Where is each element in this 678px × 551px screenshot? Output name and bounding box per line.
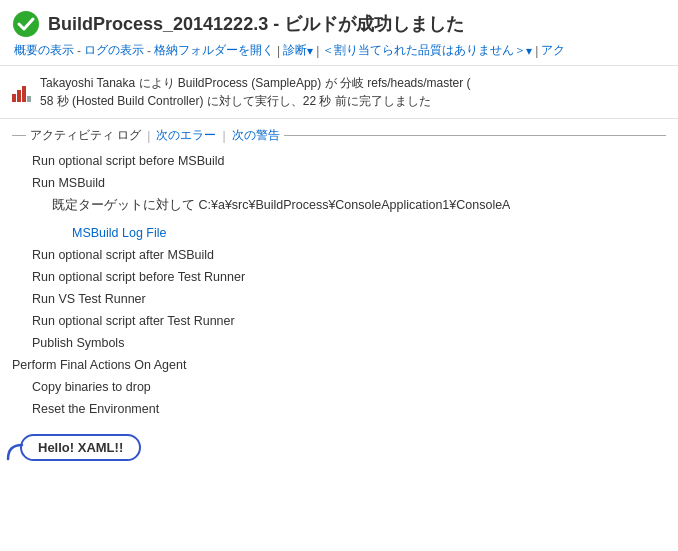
msbuild-log-link[interactable]: MSBuild Log File — [72, 226, 167, 240]
svg-rect-1 — [12, 94, 16, 102]
hello-bubble: Hello! XAML!! — [20, 434, 141, 461]
log-item-run-after-testrunner: Run optional script after Test Runner — [12, 310, 666, 332]
success-check-icon — [12, 10, 40, 38]
log-text: Run MSBuild — [32, 176, 105, 190]
log-text: Run optional script after Test Runner — [32, 314, 235, 328]
log-item-run-before-msbuild: Run optional script before MSBuild — [12, 150, 666, 172]
tab-sep1: | — [147, 129, 150, 143]
svg-point-0 — [13, 11, 39, 37]
quality-dropdown[interactable]: ▾ — [526, 44, 532, 58]
tab-sep2: | — [222, 129, 225, 143]
log-list: Run optional script before MSBuild Run M… — [12, 150, 666, 420]
build-info: Takayoshi Tanaka により BuildProcess (Sampl… — [0, 66, 678, 119]
more-link[interactable]: アク — [541, 42, 565, 59]
log-text: 既定ターゲットに対して C:¥a¥src¥BuildProcess¥Consol… — [52, 195, 510, 215]
tab-divider-right — [284, 135, 666, 136]
build-info-text: Takayoshi Tanaka により BuildProcess (Sampl… — [40, 74, 471, 110]
svg-rect-4 — [27, 96, 31, 102]
sep3: | — [277, 44, 280, 58]
nav-links: 概要の表示 - ログの表示 - 格納フォルダーを開く | 診断 ▾ | ＜割り当… — [12, 42, 666, 59]
log-link[interactable]: ログの表示 — [84, 42, 144, 59]
svg-rect-3 — [22, 86, 26, 102]
diagnosis-link[interactable]: 診断 — [283, 42, 307, 59]
log-item-reset-environment: Reset the Environment — [12, 398, 666, 420]
log-text: Run optional script before MSBuild — [32, 154, 224, 168]
activity-section: アクティビティ ログ | 次のエラー | 次の警告 Run optional s… — [0, 127, 678, 477]
page-title: BuildProcess_20141222.3 - ビルドが成功しました — [48, 12, 464, 36]
title-row: BuildProcess_20141222.3 - ビルドが成功しました — [12, 10, 666, 38]
build-info-line1: Takayoshi Tanaka により BuildProcess (Sampl… — [40, 74, 471, 92]
overview-link[interactable]: 概要の表示 — [14, 42, 74, 59]
log-text: Copy binaries to drop — [32, 380, 151, 394]
hello-text: Hello! XAML!! — [20, 434, 141, 461]
log-item-publish-symbols: Publish Symbols — [12, 332, 666, 354]
tab-next-warning[interactable]: 次の警告 — [232, 127, 280, 144]
bar-chart-icon — [12, 76, 32, 104]
header: BuildProcess_20141222.3 - ビルドが成功しました 概要の… — [0, 0, 678, 66]
build-info-line2: 58 秒 (Hosted Build Controller) に対して実行し、2… — [40, 92, 471, 110]
sep5: | — [535, 44, 538, 58]
svg-rect-2 — [17, 90, 21, 102]
bubble-tail-icon — [6, 443, 24, 461]
quality-link[interactable]: ＜割り当てられた品質はありません＞ — [322, 42, 526, 59]
tab-activity-log[interactable]: アクティビティ ログ — [30, 127, 141, 144]
log-text: Run optional script after MSBuild — [32, 248, 214, 262]
log-item-run-before-testrunner: Run optional script before Test Runner — [12, 266, 666, 288]
log-text: Perform Final Actions On Agent — [12, 358, 186, 372]
log-text: Publish Symbols — [32, 336, 124, 350]
log-text: Run optional script before Test Runner — [32, 270, 245, 284]
log-text: Reset the Environment — [32, 402, 159, 416]
log-item-perform-final-actions: Perform Final Actions On Agent — [12, 354, 666, 376]
tab-next-error[interactable]: 次のエラー — [156, 127, 216, 144]
tab-bar: アクティビティ ログ | 次のエラー | 次の警告 — [12, 127, 666, 144]
log-item-run-after-msbuild: Run optional script after MSBuild — [12, 244, 666, 266]
log-item-run-msbuild: Run MSBuild — [12, 172, 666, 194]
log-item-run-vs-testrunner: Run VS Test Runner — [12, 288, 666, 310]
sep2: - — [147, 44, 151, 58]
sep1: - — [77, 44, 81, 58]
diagnosis-dropdown[interactable]: ▾ — [307, 44, 313, 58]
tab-divider-left — [12, 135, 26, 136]
folder-link[interactable]: 格納フォルダーを開く — [154, 42, 274, 59]
log-item-copy-binaries: Copy binaries to drop — [12, 376, 666, 398]
log-item-msbuild-log: MSBuild Log File — [12, 222, 666, 244]
log-text: Run VS Test Runner — [32, 292, 146, 306]
sep4: | — [316, 44, 319, 58]
log-item-msbuild-output: 既定ターゲットに対して C:¥a¥src¥BuildProcess¥Consol… — [12, 194, 666, 222]
